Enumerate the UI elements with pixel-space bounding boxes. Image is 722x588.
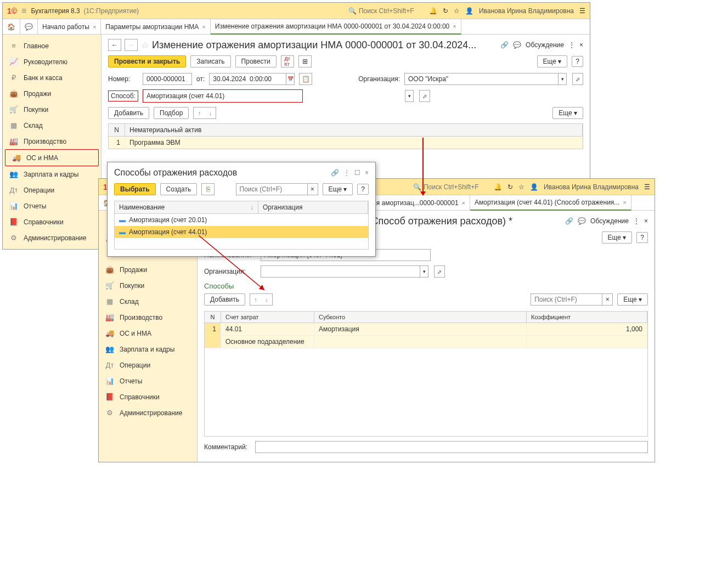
- method-input[interactable]: [143, 90, 302, 102]
- number-input[interactable]: [143, 73, 192, 85]
- copy-button[interactable]: ⎘: [201, 183, 215, 195]
- add-button[interactable]: Добавить: [204, 293, 245, 306]
- search-input[interactable]: [359, 7, 425, 15]
- arrow-up-icon[interactable]: ↑: [250, 294, 261, 305]
- more-button[interactable]: Еще ▾: [323, 183, 353, 195]
- tab-change-amort[interactable]: Изменение отражения амортизации НМА 0000…: [211, 19, 461, 35]
- open-button[interactable]: ⬀: [572, 73, 583, 85]
- sidebar-item-refs[interactable]: 📕Справочники: [99, 389, 197, 405]
- close-icon[interactable]: ×: [579, 41, 583, 49]
- create-button[interactable]: Создать: [160, 183, 198, 195]
- help-button[interactable]: ?: [357, 184, 369, 195]
- more-icon[interactable]: ⋮: [343, 169, 350, 177]
- tab-params[interactable]: Параметры амортизации НМА×: [101, 19, 210, 35]
- user-icon[interactable]: 👤: [530, 183, 538, 191]
- sidebar-item-salary[interactable]: 👥Зарплата и кадры: [3, 166, 101, 182]
- sidebar-item-purchases[interactable]: 🛒Покупки: [99, 278, 197, 293]
- discuss-label[interactable]: Обсуждение: [526, 41, 564, 49]
- help-button[interactable]: ?: [572, 56, 583, 67]
- more-button[interactable]: Еще ▾: [552, 107, 583, 119]
- close-icon[interactable]: ×: [365, 169, 369, 177]
- arrow-down-icon[interactable]: ↓: [261, 294, 272, 305]
- sidebar-item-sales[interactable]: 👜Продажи: [99, 262, 197, 278]
- more-icon[interactable]: ⋮: [633, 217, 640, 225]
- maximize-icon[interactable]: ☐: [354, 169, 360, 177]
- move-arrows[interactable]: ↑↓: [193, 107, 216, 119]
- arrow-up-icon[interactable]: ↑: [194, 108, 205, 118]
- history-icon[interactable]: ↻: [443, 7, 448, 15]
- help-button[interactable]: ?: [636, 232, 648, 243]
- sidebar-item-os-nma[interactable]: 🚚ОС и НМА: [99, 325, 197, 341]
- sidebar-item-sales[interactable]: 👜Продажи: [3, 86, 101, 101]
- sidebar-item-operations[interactable]: ДтОперации: [3, 182, 101, 198]
- tab-start[interactable]: Начало работы×: [38, 19, 101, 35]
- menu-icon[interactable]: ≡: [21, 6, 26, 16]
- sidebar-item-os-nma[interactable]: 🚚ОС и НМА: [5, 149, 99, 166]
- discuss-icon[interactable]: 💬: [578, 217, 586, 225]
- close-icon[interactable]: ×: [623, 199, 626, 206]
- more-icon[interactable]: ⋮: [568, 41, 575, 49]
- table-row[interactable]: 1Программа ЭВМ: [109, 137, 583, 149]
- tab-amort[interactable]: Амортизация (счет 44.01) (Способ отражен…: [470, 195, 631, 211]
- back-button[interactable]: ←: [108, 39, 121, 51]
- clear-icon[interactable]: ×: [602, 293, 613, 306]
- close-icon[interactable]: ×: [644, 217, 648, 225]
- home-button[interactable]: 🏠: [3, 19, 20, 35]
- calendar-button[interactable]: 📅: [286, 73, 295, 85]
- discuss-label[interactable]: Обсуждение: [590, 217, 629, 225]
- history-icon[interactable]: ↻: [507, 183, 513, 191]
- arrow-down-icon[interactable]: ↓: [205, 108, 216, 118]
- user-name[interactable]: Иванова Ирина Владимировна: [479, 7, 574, 15]
- structure-button[interactable]: ⊞: [298, 55, 312, 67]
- sidebar-item-main[interactable]: ≡Главное: [3, 38, 101, 54]
- global-search[interactable]: 🔍: [348, 7, 425, 15]
- add-button[interactable]: Добавить: [108, 107, 149, 119]
- sidebar-item-production[interactable]: 🏭Производство: [3, 133, 101, 149]
- dropdown-button[interactable]: ▾: [420, 265, 428, 278]
- table-row[interactable]: Основное подразделение: [205, 336, 647, 348]
- link-icon[interactable]: 🔗: [331, 169, 339, 177]
- sidebar-item-operations[interactable]: ДтОперации: [99, 357, 197, 373]
- calendar-ext-button[interactable]: 📋: [299, 73, 312, 85]
- org-input[interactable]: [404, 73, 558, 85]
- list-item[interactable]: ▬Амортизация (счет 20.01): [115, 214, 368, 226]
- post-button[interactable]: Провести: [235, 55, 277, 67]
- star-icon[interactable]: ☆: [518, 183, 524, 191]
- link-icon[interactable]: 🔗: [565, 217, 573, 225]
- post-close-button[interactable]: Провести и закрыть: [108, 55, 186, 67]
- more-button[interactable]: Еще ▾: [602, 231, 633, 244]
- settings-icon[interactable]: ☰: [579, 7, 585, 15]
- more-button[interactable]: Еще ▾: [617, 293, 648, 306]
- open-button[interactable]: ⬀: [434, 265, 445, 278]
- close-icon[interactable]: ×: [462, 200, 465, 206]
- sidebar-item-warehouse[interactable]: ▦Склад: [99, 293, 197, 309]
- sidebar-item-refs[interactable]: 📕Справочники: [3, 214, 101, 230]
- move-arrows[interactable]: ↑↓: [250, 293, 273, 306]
- dtk-button[interactable]: ДтКт: [281, 55, 294, 67]
- date-input[interactable]: [209, 73, 286, 85]
- sidebar-item-reports[interactable]: 📊Отчеты: [3, 198, 101, 214]
- table-row[interactable]: 1 44.01 Амортизация 1,000: [205, 323, 647, 336]
- user-name[interactable]: Иванова Ирина Владимировна: [544, 183, 639, 191]
- open-button[interactable]: ⬀: [419, 90, 430, 102]
- comment-input[interactable]: [255, 441, 648, 453]
- table-search[interactable]: ×: [531, 293, 613, 306]
- pick-button[interactable]: Подбор: [154, 107, 189, 119]
- sidebar-item-bank[interactable]: ₽Банк и касса: [3, 70, 101, 86]
- sidebar-item-manager[interactable]: 📈Руководителю: [3, 54, 101, 70]
- org-input[interactable]: [261, 265, 420, 278]
- close-icon[interactable]: ×: [93, 24, 96, 30]
- sidebar-item-salary[interactable]: 👥Зарплата и кадры: [99, 341, 197, 357]
- sidebar-item-admin[interactable]: ⚙Администрирование: [99, 405, 197, 421]
- popup-search[interactable]: ×: [236, 183, 318, 195]
- clear-icon[interactable]: ×: [307, 183, 318, 195]
- close-icon[interactable]: ×: [202, 24, 205, 30]
- sidebar-item-production[interactable]: 🏭Производство: [99, 309, 197, 325]
- more-button[interactable]: Еще ▾: [537, 55, 568, 67]
- favorite-icon[interactable]: ☆: [141, 40, 149, 50]
- bell-icon[interactable]: 🔔: [429, 7, 437, 15]
- sidebar-item-reports[interactable]: 📊Отчеты: [99, 373, 197, 389]
- sidebar-item-purchases[interactable]: 🛒Покупки: [3, 101, 101, 117]
- settings-icon[interactable]: ☰: [644, 183, 650, 191]
- select-button[interactable]: Выбрать: [114, 183, 156, 195]
